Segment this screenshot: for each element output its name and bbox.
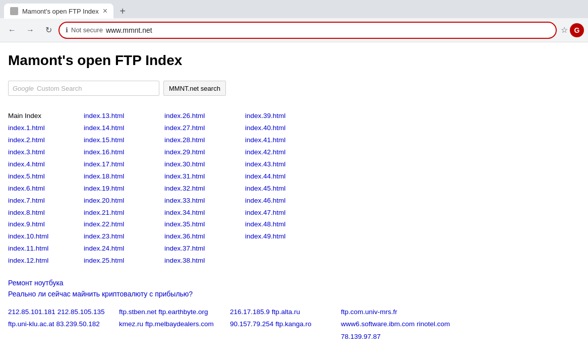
- list-item[interactable]: ftp.melbaydealers.com: [145, 320, 214, 328]
- search-area: Google Custom Search MMNT.net search: [8, 81, 580, 96]
- list-item[interactable]: index.38.html: [164, 257, 205, 264]
- list-item[interactable]: index.14.html: [84, 124, 124, 132]
- promo-link-1[interactable]: Ремонт ноутбука: [8, 279, 580, 287]
- list-item[interactable]: index.39.html: [245, 112, 285, 119]
- list-item[interactable]: index.1.html: [8, 124, 45, 132]
- list-item[interactable]: index.4.html: [8, 160, 45, 168]
- bottom-links: 212.85.101.181 212.85.105.135 ftp.uni-kl…: [8, 306, 580, 343]
- list-item[interactable]: 212.85.105.135: [57, 308, 105, 316]
- address-text[interactable]: www.mmnt.net: [106, 26, 550, 34]
- list-item[interactable]: index.2.html: [8, 136, 45, 144]
- list-item[interactable]: index.10.html: [8, 232, 48, 240]
- bottom-col2: ftp.stben.net ftp.earthbyte.org kmez.ru …: [119, 306, 230, 343]
- list-item[interactable]: index.17.html: [84, 160, 124, 168]
- list-item[interactable]: kmez.ru: [119, 320, 143, 328]
- list-item[interactable]: index.35.html: [164, 220, 205, 228]
- page-content: Mamont's open FTP Index Google Custom Se…: [0, 42, 588, 353]
- not-secure-label: Not secure: [71, 26, 103, 34]
- list-item[interactable]: index.27.html: [164, 124, 205, 132]
- list-item[interactable]: index.40.html: [245, 124, 285, 132]
- list-item[interactable]: index.42.html: [245, 148, 285, 156]
- list-item[interactable]: index.31.html: [164, 172, 205, 180]
- list-item[interactable]: index.11.html: [8, 245, 48, 252]
- new-tab-button[interactable]: +: [115, 4, 130, 18]
- list-item[interactable]: index.5.html: [8, 172, 45, 180]
- list-item[interactable]: 212.85.101.181: [8, 308, 55, 316]
- index-col3: index.26.html index.27.html index.28.htm…: [164, 110, 245, 267]
- list-item[interactable]: index.29.html: [164, 148, 205, 156]
- index-col2: index.13.html index.14.html index.15.htm…: [84, 110, 164, 267]
- list-item[interactable]: index.3.html: [8, 148, 45, 156]
- promo-links: Ремонт ноутбука Реально ли сейчас майнит…: [8, 279, 580, 298]
- list-item[interactable]: index.7.html: [8, 197, 45, 204]
- list-item[interactable]: index.33.html: [164, 197, 205, 204]
- forward-button[interactable]: →: [22, 22, 38, 38]
- reload-button[interactable]: ↻: [40, 22, 56, 38]
- list-item[interactable]: index.37.html: [164, 245, 205, 252]
- promo-link-2[interactable]: Реально ли сейчас майнить криптовалюту с…: [8, 290, 580, 298]
- list-item[interactable]: ftp.stben.net: [119, 308, 156, 316]
- active-tab[interactable]: Mamont's open FTP Index ×: [4, 4, 113, 19]
- list-item[interactable]: index.28.html: [164, 136, 205, 144]
- index-grid: Main Index index.1.html index.2.html ind…: [8, 110, 580, 267]
- list-item[interactable]: index.32.html: [164, 185, 205, 192]
- index-col4: index.39.html index.40.html index.41.htm…: [245, 110, 326, 267]
- list-item[interactable]: 90.157.79.254: [230, 320, 273, 328]
- tab-close-button[interactable]: ×: [103, 7, 107, 16]
- list-item[interactable]: index.19.html: [84, 185, 124, 192]
- google-label: Google: [13, 85, 34, 92]
- list-item[interactable]: index.22.html: [84, 220, 124, 228]
- list-item[interactable]: 216.17.185.9: [230, 308, 270, 316]
- list-item[interactable]: index.44.html: [245, 172, 285, 180]
- list-item[interactable]: index.23.html: [84, 232, 124, 240]
- list-item[interactable]: index.49.html: [245, 232, 285, 240]
- bookmark-icon[interactable]: ☆: [561, 25, 568, 35]
- list-item[interactable]: www6.software.ibm.com: [341, 320, 415, 328]
- list-item[interactable]: index.21.html: [84, 209, 124, 216]
- list-item[interactable]: ftp.kanga.ro: [275, 320, 311, 328]
- search-button[interactable]: MMNT.net search: [163, 81, 226, 96]
- list-item[interactable]: index.13.html: [84, 112, 124, 119]
- main-index-label: Main Index: [8, 112, 41, 119]
- list-item[interactable]: index.43.html: [245, 160, 285, 168]
- list-item[interactable]: index.20.html: [84, 197, 124, 204]
- lock-icon: ℹ: [66, 26, 68, 34]
- list-item[interactable]: 83.239.50.182: [56, 320, 99, 328]
- list-item[interactable]: index.18.html: [84, 172, 124, 180]
- list-item[interactable]: index.6.html: [8, 185, 45, 192]
- bottom-col4: ftp.com.univ-mrs.fr www6.software.ibm.co…: [341, 306, 452, 343]
- list-item[interactable]: index.41.html: [245, 136, 285, 144]
- list-item[interactable]: ftp.uni-klu.ac.at: [8, 320, 54, 328]
- list-item[interactable]: index.30.html: [164, 160, 205, 168]
- list-item[interactable]: index.16.html: [84, 148, 124, 156]
- index-col1: Main Index index.1.html index.2.html ind…: [8, 110, 84, 267]
- nav-bar: ← → ↻ ℹ Not secure www.mmnt.net ☆ G: [0, 18, 588, 42]
- address-bar[interactable]: ℹ Not secure www.mmnt.net: [58, 22, 557, 39]
- list-item[interactable]: index.15.html: [84, 136, 124, 144]
- list-item[interactable]: index.46.html: [245, 197, 285, 204]
- list-item[interactable]: ftp.alta.ru: [272, 308, 300, 316]
- list-item[interactable]: index.34.html: [164, 209, 205, 216]
- tab-bar: Mamont's open FTP Index × +: [0, 0, 588, 18]
- list-item[interactable]: index.48.html: [245, 220, 285, 228]
- list-item[interactable]: index.24.html: [84, 245, 124, 252]
- list-item[interactable]: index.8.html: [8, 209, 45, 216]
- list-item[interactable]: ftp.earthbyte.org: [158, 308, 208, 316]
- index-section: Main Index index.1.html index.2.html ind…: [8, 110, 580, 267]
- list-item[interactable]: rinotel.com: [417, 320, 450, 328]
- list-item[interactable]: index.12.html: [8, 257, 48, 264]
- profile-icon[interactable]: G: [570, 23, 584, 37]
- list-item[interactable]: index.25.html: [84, 257, 124, 264]
- list-item[interactable]: index.9.html: [8, 220, 45, 228]
- list-item[interactable]: index.36.html: [164, 232, 205, 240]
- list-item[interactable]: ftp.com.univ-mrs.fr: [341, 308, 397, 316]
- search-box[interactable]: Google Custom Search: [8, 81, 159, 96]
- list-item[interactable]: index.45.html: [245, 185, 285, 192]
- list-item[interactable]: 78.139.97.87: [341, 333, 381, 340]
- page-title: Mamont's open FTP Index: [8, 52, 580, 69]
- search-placeholder: Custom Search: [37, 85, 82, 92]
- back-button[interactable]: ←: [4, 22, 20, 38]
- list-item[interactable]: index.26.html: [164, 112, 205, 119]
- browser-chrome: Mamont's open FTP Index × + ← → ↻ ℹ Not …: [0, 0, 588, 42]
- list-item[interactable]: index.47.html: [245, 209, 285, 216]
